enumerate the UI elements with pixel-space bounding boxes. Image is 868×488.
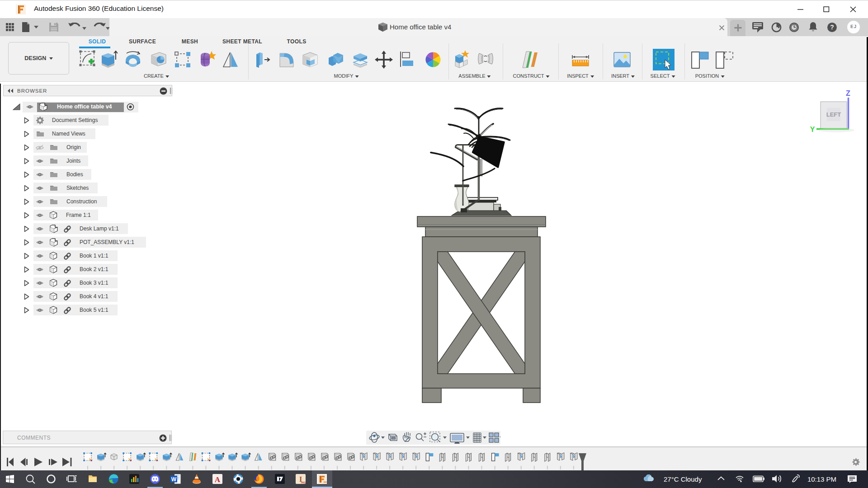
svg-text:Z: Z [846,89,850,97]
svg-text:Y: Y [810,126,815,133]
svg-text:360: 360 [323,481,327,483]
svg-text:10:13 PM: 10:13 PM [807,475,836,483]
svg-text:LEFT: LEFT [826,111,841,118]
svg-text:?: ? [830,23,834,31]
svg-text:27°C Cloudy: 27°C Cloudy [664,475,702,483]
svg-text:PRO: PRO [301,482,306,484]
svg-text:W: W [171,476,177,483]
svg-text:A: A [215,475,221,484]
